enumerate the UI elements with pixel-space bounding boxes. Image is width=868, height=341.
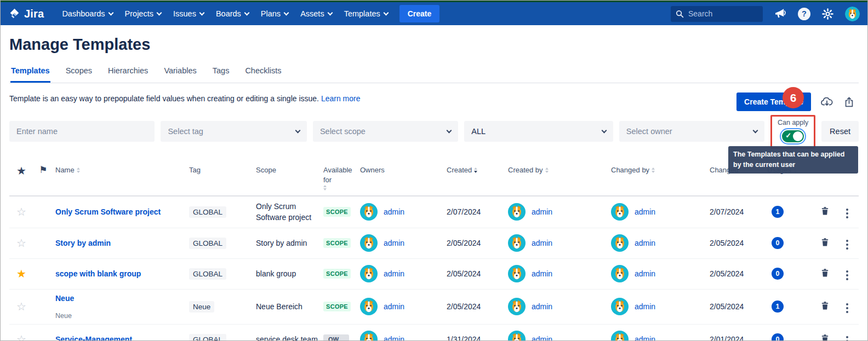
export-templates-button[interactable] (843, 96, 855, 108)
owner-link[interactable]: admin (384, 269, 404, 278)
header-name[interactable]: Name (53, 165, 187, 175)
nav-item-plans[interactable]: Plans (255, 2, 294, 25)
trash-icon (820, 206, 830, 216)
more-actions-button[interactable] (844, 206, 850, 221)
tab-hierarchies[interactable]: Hierarchies (107, 62, 149, 83)
header-changed-by[interactable]: Changed by (609, 165, 707, 175)
created-by-link[interactable]: admin (532, 239, 552, 247)
description-text: Template is an easy way to prepopulate f… (9, 94, 319, 103)
table-row: ☆ Service-Management GLOBAL service desk… (9, 325, 859, 341)
nav-item-projects[interactable]: Projects (119, 2, 167, 25)
usages-badge[interactable]: 0 (772, 333, 784, 341)
usages-badge[interactable]: 1 (772, 206, 784, 218)
changed-date: 2/01/2024 (707, 335, 765, 341)
owner-link[interactable]: admin (384, 302, 404, 311)
changed-by-link[interactable]: admin (635, 207, 655, 216)
usages-badge[interactable]: 0 (772, 237, 784, 249)
created-by-link[interactable]: admin (532, 302, 552, 311)
nav-item-label: Issues (173, 9, 196, 18)
header-created[interactable]: Created (444, 165, 506, 175)
scope-filter-select[interactable]: Select scope (313, 121, 458, 142)
favorite-star-icon[interactable]: ☆ (16, 206, 26, 218)
changed-by-link[interactable]: admin (635, 302, 655, 311)
owner-link[interactable]: admin (384, 207, 404, 216)
more-actions-button[interactable] (844, 334, 850, 341)
owner-link[interactable]: admin (384, 239, 404, 247)
chevron-down-icon (601, 128, 607, 133)
template-name-link[interactable]: Service-Management (55, 335, 132, 341)
delete-button[interactable] (820, 300, 830, 311)
can-apply-label: Can apply (778, 119, 808, 126)
usages-badge[interactable]: 1 (772, 300, 784, 313)
template-name-link[interactable]: Neue (55, 294, 74, 303)
scope-text: Neue Bereich (254, 301, 321, 312)
reset-button[interactable]: Reset (821, 121, 859, 142)
nav-item-label: Plans (261, 9, 281, 18)
favorite-star-icon[interactable]: ★ (16, 268, 26, 280)
type-filter-value: ALL (471, 127, 486, 136)
available-for-badge: OW... (323, 334, 349, 341)
delete-button[interactable] (820, 237, 830, 247)
jira-logo[interactable]: Jira (8, 8, 44, 20)
created-date: 2/07/2024 (444, 207, 506, 216)
changed-by-link[interactable]: admin (635, 239, 655, 247)
nav-item-dashboards[interactable]: Dashboards (56, 2, 118, 25)
more-actions-button[interactable] (844, 268, 850, 282)
user-avatar-icon (508, 234, 526, 252)
more-actions-button[interactable] (844, 301, 850, 315)
delete-button[interactable] (820, 333, 830, 341)
name-filter-input[interactable] (16, 127, 147, 136)
tab-templates[interactable]: Templates (10, 62, 50, 83)
tag-filter-select[interactable]: Select tag (161, 121, 306, 142)
flag-column-icon[interactable]: ⚑ (39, 165, 47, 175)
owner-link[interactable]: admin (384, 335, 404, 341)
learn-more-link[interactable]: Learn more (321, 94, 361, 103)
settings-button[interactable] (821, 8, 834, 20)
favorite-star-icon[interactable]: ☆ (16, 300, 26, 313)
delete-button[interactable] (820, 206, 830, 216)
can-apply-toggle[interactable]: ✓ (782, 130, 804, 142)
nav-item-label: Assets (300, 9, 324, 18)
template-name-link[interactable]: scope with blank group (55, 269, 141, 278)
global-search[interactable] (671, 6, 763, 22)
header-available-for[interactable]: Available for (321, 165, 358, 190)
help-button[interactable]: ? (798, 8, 810, 20)
more-actions-button[interactable] (844, 238, 850, 252)
nav-create-button[interactable]: Create (399, 5, 440, 22)
created-by-link[interactable]: admin (532, 269, 552, 278)
nav-item-assets[interactable]: Assets (294, 2, 338, 25)
tag-badge: GLOBAL (189, 268, 226, 280)
chevron-down-icon (447, 128, 452, 133)
import-templates-button[interactable] (820, 95, 833, 108)
owner-filter-select[interactable]: Select owner (619, 121, 764, 142)
favorite-column-icon[interactable]: ★ (16, 165, 26, 176)
tab-checklists[interactable]: Checklists (244, 62, 282, 83)
search-input[interactable] (688, 9, 754, 18)
announcements-button[interactable] (774, 7, 787, 20)
sort-icon (652, 167, 655, 173)
header-created-by[interactable]: Created by (506, 165, 609, 175)
favorite-star-icon[interactable]: ☆ (16, 333, 26, 341)
nav-right: ? (671, 6, 860, 22)
user-avatar-icon (360, 265, 378, 282)
usages-badge[interactable]: 0 (772, 268, 784, 280)
nav-item-issues[interactable]: Issues (167, 2, 210, 25)
delete-button[interactable] (820, 268, 830, 278)
share-export-icon (843, 96, 855, 108)
type-filter-select[interactable]: ALL (464, 121, 613, 142)
profile-button[interactable] (845, 7, 860, 21)
nav-item-label: Projects (125, 9, 153, 18)
template-name-link[interactable]: Story by admin (55, 239, 111, 247)
created-by-link[interactable]: admin (532, 335, 552, 341)
created-by-link[interactable]: admin (532, 207, 552, 216)
nav-item-boards[interactable]: Boards (210, 2, 255, 25)
nav-item-templates[interactable]: Templates (338, 2, 394, 25)
tag-badge: Neue (189, 301, 214, 313)
changed-by-link[interactable]: admin (635, 335, 655, 341)
tab-scopes[interactable]: Scopes (65, 62, 93, 83)
favorite-star-icon[interactable]: ☆ (16, 237, 26, 249)
changed-by-link[interactable]: admin (635, 269, 655, 278)
template-name-link[interactable]: Only Scrum Software project (55, 207, 161, 216)
tab-tags[interactable]: Tags (212, 62, 230, 83)
tab-variables[interactable]: Variables (163, 62, 197, 83)
